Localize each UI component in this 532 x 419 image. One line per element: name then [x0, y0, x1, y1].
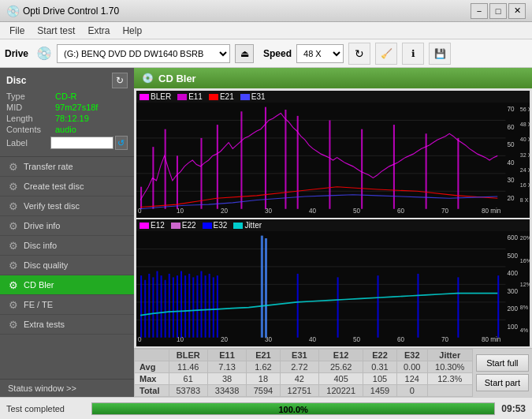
- col-header-empty: [135, 350, 169, 361]
- progress-bar-container: 100.0%: [91, 402, 495, 415]
- col-header-bler: BLER: [169, 350, 207, 361]
- start-part-button[interactable]: Start part: [476, 374, 529, 391]
- refresh-button[interactable]: ↻: [348, 43, 370, 65]
- verify-test-disc-icon: ⚙: [8, 200, 19, 211]
- avg-e12: 25.62: [319, 361, 363, 373]
- disc-label-input[interactable]: [50, 137, 113, 149]
- speed-select[interactable]: 48 X: [296, 44, 344, 63]
- total-e32: 0: [396, 385, 427, 397]
- svg-text:40: 40: [309, 207, 316, 215]
- svg-rect-90: [337, 277, 339, 337]
- chart-title: CD Bler: [158, 73, 196, 84]
- svg-text:20%: 20%: [520, 234, 530, 241]
- clear-button[interactable]: 🧹: [375, 43, 397, 65]
- close-button[interactable]: ✕: [508, 3, 526, 19]
- save-button[interactable]: 💾: [429, 43, 451, 65]
- svg-text:50: 50: [353, 335, 360, 343]
- svg-rect-82: [200, 271, 202, 338]
- total-jitter: [427, 385, 472, 397]
- svg-rect-28: [152, 147, 154, 209]
- maximize-button[interactable]: □: [489, 3, 507, 19]
- svg-text:4%: 4%: [520, 327, 529, 334]
- svg-text:40: 40: [309, 335, 316, 343]
- svg-rect-35: [285, 110, 286, 209]
- svg-text:20: 20: [221, 335, 228, 343]
- stats-max-row: Max 61 38 18 42 405 105 124 12.3%: [135, 373, 473, 385]
- disc-info-icon: ⚙: [8, 240, 19, 251]
- disc-contents-row: Contents audio: [6, 125, 128, 134]
- menu-file[interactable]: File: [3, 24, 31, 38]
- svg-text:12%: 12%: [520, 280, 530, 287]
- disc-title: Disc: [6, 75, 26, 86]
- fe-te-icon: ⚙: [8, 299, 19, 310]
- svg-rect-86: [217, 275, 218, 338]
- stats-avg-row: Avg 11.46 7.13 1.62 2.72 25.62 0.31 0.00…: [135, 361, 473, 373]
- sidebar-item-cd-bler[interactable]: ⚙ CD Bler: [0, 275, 134, 295]
- sidebar-item-label: Create test disc: [24, 181, 84, 191]
- svg-rect-30: [177, 155, 178, 208]
- main-layout: Disc ↻ Type CD-R MID 97m27s18f Length 78…: [0, 68, 532, 397]
- total-bler: 53783: [169, 385, 207, 397]
- sidebar-item-label: CD Bler: [24, 280, 54, 290]
- svg-rect-33: [240, 111, 242, 209]
- app-icon: 💿: [6, 5, 20, 17]
- legend-jitter: Jitter: [233, 221, 262, 230]
- max-e31: 42: [280, 373, 318, 385]
- sidebar-item-disc-quality[interactable]: ⚙ Disc quality: [0, 256, 134, 275]
- drive-select[interactable]: (G:) BENQ DVD DD DW1640 BSRB: [57, 44, 230, 63]
- disc-mid-value: 97m27s18f: [55, 103, 98, 112]
- sidebar-item-transfer-rate[interactable]: ⚙ Transfer rate: [0, 157, 134, 177]
- status-time: 09:53: [501, 403, 526, 414]
- max-bler: 61: [169, 373, 207, 385]
- sidebar-item-extra-tests[interactable]: ⚙ Extra tests: [0, 315, 134, 335]
- total-e11: 33438: [207, 385, 246, 397]
- svg-rect-76: [177, 275, 178, 338]
- eject-button[interactable]: ⏏: [235, 44, 254, 63]
- disc-refresh-button[interactable]: ↻: [112, 73, 128, 88]
- content-area: 💿 CD Bler BLER E11: [134, 68, 532, 397]
- menu-start-test[interactable]: Start test: [31, 24, 81, 38]
- svg-rect-69: [148, 274, 150, 338]
- start-full-button[interactable]: Start full: [476, 354, 529, 372]
- svg-text:32 X: 32 X: [520, 151, 530, 158]
- menu-extra[interactable]: Extra: [81, 24, 116, 38]
- svg-rect-92: [417, 274, 419, 338]
- status-window-button[interactable]: Status window >>: [0, 379, 134, 397]
- chart-header: 💿 CD Bler: [134, 68, 532, 88]
- total-e31: 12751: [280, 385, 318, 397]
- svg-text:100: 100: [507, 322, 518, 330]
- cd-bler-icon: ⚙: [8, 279, 19, 290]
- sidebar-item-label: Transfer rate: [24, 162, 73, 171]
- svg-rect-38: [361, 129, 363, 209]
- legend-e12: E12: [140, 221, 165, 230]
- stats-area: BLER E11 E21 E31 E12 E22 E32 Jitter: [134, 348, 532, 397]
- chart-header-icon: 💿: [142, 73, 154, 84]
- svg-rect-83: [205, 275, 206, 338]
- svg-rect-34: [265, 107, 266, 209]
- svg-rect-31: [200, 138, 202, 209]
- status-text: Test completed: [6, 404, 85, 413]
- sidebar-item-disc-info[interactable]: ⚙ Disc info: [0, 236, 134, 256]
- menu-help[interactable]: Help: [116, 24, 148, 38]
- svg-rect-87: [261, 236, 263, 338]
- status-window-label: Status window >>: [8, 383, 76, 393]
- info-button[interactable]: ℹ: [402, 43, 424, 65]
- sidebar-item-fe-te[interactable]: ⚙ FE / TE: [0, 295, 134, 315]
- avg-label: Avg: [135, 361, 169, 373]
- sidebar-item-verify-test-disc[interactable]: ⚙ Verify test disc: [0, 196, 134, 216]
- sidebar-item-drive-info[interactable]: ⚙ Drive info: [0, 216, 134, 236]
- disc-type-row: Type CD-R: [6, 92, 128, 101]
- col-header-jitter: Jitter: [427, 350, 472, 361]
- sidebar-item-create-test-disc[interactable]: ⚙ Create test disc: [0, 177, 134, 196]
- sidebar-item-label: Drive info: [24, 221, 60, 230]
- progress-label: 100.0%: [92, 403, 494, 415]
- total-e12: 120221: [319, 385, 363, 397]
- transfer-rate-icon: ⚙: [8, 161, 19, 172]
- svg-rect-81: [196, 275, 198, 338]
- max-label: Max: [135, 373, 169, 385]
- legend-e21: E21: [209, 92, 234, 101]
- total-e21: 7594: [247, 385, 280, 397]
- minimize-button[interactable]: −: [471, 3, 488, 19]
- disc-label-button[interactable]: ↺: [115, 136, 128, 150]
- svg-rect-71: [156, 271, 158, 338]
